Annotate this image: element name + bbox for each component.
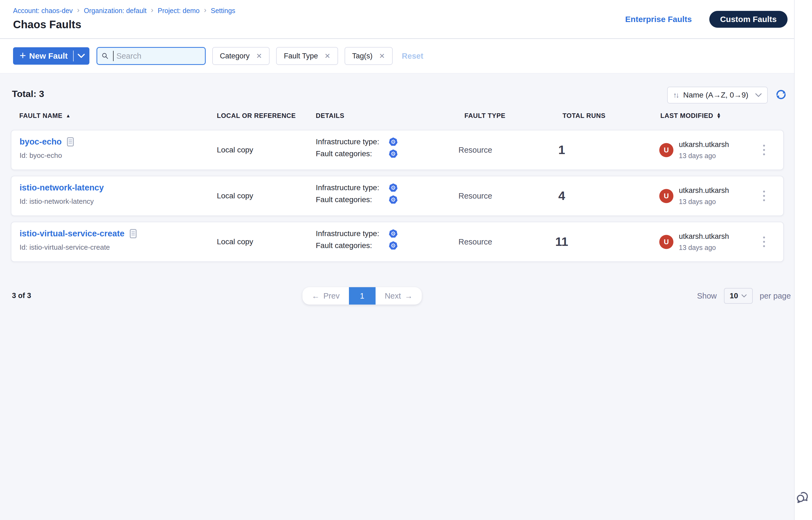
avatar: U [659,235,674,249]
current-page-button[interactable]: 1 [349,287,376,305]
faults-table: byoc-echo Id: byoc-echo Local copy Infra… [11,130,784,268]
kubernetes-icon [389,241,398,250]
column-header-fault-name[interactable]: FAULT NAME ▲ [19,112,71,120]
breadcrumb-separator-icon: › [77,6,80,15]
fault-categories-label: Fault categories: [316,241,389,250]
pager: ← Prev 1 Next → [302,287,422,305]
column-label: FAULT TYPE [464,112,505,120]
row-menu-button[interactable] [760,188,768,204]
kebab-dot [763,191,765,192]
right-scroll-gutter [794,0,812,520]
new-fault-button[interactable]: + New Fault [13,47,90,64]
filter-chip-tags[interactable]: Tag(s) ✕ [345,47,393,65]
local-or-reference-cell: Local copy [217,191,253,200]
breadcrumb-project[interactable]: Project: demo [158,7,200,15]
reset-filters-button[interactable]: Reset [402,52,423,60]
last-modified-cell: U utkarsh.utkarsh 13 days ago [659,140,729,160]
breadcrumb-separator-icon: › [151,6,153,15]
breadcrumb-account[interactable]: Account: chaos-dev [13,7,73,15]
search-input[interactable] [116,52,201,60]
kebab-dot [763,245,765,247]
kubernetes-icon [389,137,398,147]
fault-name-text: byoc-echo [20,137,62,147]
fault-name-cell: istio-network-latency Id: istio-network-… [20,183,104,206]
fault-id: Id: byoc-echo [20,151,74,160]
kebab-dot [763,145,765,147]
chevron-down-icon [755,93,762,97]
next-page-button[interactable]: Next → [376,287,422,305]
fault-categories-label: Fault categories: [316,196,389,204]
copy-id-icon[interactable] [129,229,137,238]
fault-name-text: istio-virtual-service-create [20,229,124,238]
total-runs-cell: 4 [548,189,575,203]
page-size-value: 10 [730,291,738,300]
fault-type-cell: Resource [458,191,492,201]
enterprise-faults-link[interactable]: Enterprise Faults [625,15,692,24]
modified-time: 13 days ago [679,244,729,252]
row-menu-button[interactable] [760,234,768,250]
avatar: U [659,189,674,203]
filter-chip-label: Fault Type [284,52,318,60]
pagination-range-label: 3 of 3 [12,291,31,300]
breadcrumb-settings[interactable]: Settings [211,7,235,15]
table-row: istio-virtual-service-create Id: istio-v… [11,222,784,262]
fault-name-text: istio-network-latency [20,183,104,192]
toolbar: + New Fault Category ✕ Fault Type ✕ Tag(… [0,39,794,73]
fault-name-link[interactable]: byoc-echo [20,137,74,147]
chevron-down-icon [741,294,747,298]
prev-page-button[interactable]: ← Prev [302,287,349,305]
per-page-label: per page [760,291,791,301]
breadcrumb-organization[interactable]: Organization: default [84,7,147,15]
row-menu-button[interactable] [760,142,768,158]
next-label: Next [385,291,401,301]
page-size-select[interactable]: 10 [724,288,753,304]
help-chat-button[interactable] [795,489,811,506]
close-icon[interactable]: ✕ [325,52,330,60]
sort-selected-value: Name (A→Z, 0→9) [683,91,750,99]
local-or-reference-cell: Local copy [217,237,253,246]
column-header-total-runs: TOTAL RUNS [562,112,606,120]
fault-name-link[interactable]: istio-network-latency [20,183,104,192]
breadcrumb-separator-icon: › [204,6,206,15]
fault-name-cell: istio-virtual-service-create Id: istio-v… [20,229,137,252]
fault-name-link[interactable]: istio-virtual-service-create [20,229,137,238]
copy-id-icon[interactable] [67,137,74,147]
kebab-dot [763,241,765,243]
filter-chip-fault-type[interactable]: Fault Type ✕ [276,47,338,65]
fault-type-cell: Resource [458,146,492,155]
fault-categories-label: Fault categories: [316,150,389,158]
details-cell: Infrastructure type: Fault categories: [316,183,398,204]
sort-both-icon: ▲▼ [716,113,721,119]
column-label: FAULT NAME [19,112,62,120]
column-header-fault-type: FAULT TYPE [464,112,505,120]
new-fault-label: New Fault [29,51,68,60]
arrow-left-icon: ← [312,291,320,301]
column-header-details: DETAILS [316,112,344,120]
prev-label: Prev [323,291,340,301]
modified-by: utkarsh.utkarsh [679,140,729,149]
kubernetes-icon [389,229,398,238]
chevron-down-icon[interactable] [77,54,85,58]
column-label: LOCAL OR REFERENCE [217,112,296,120]
search-box[interactable] [97,47,206,65]
total-runs-cell: 1 [548,143,575,157]
column-header-last-modified[interactable]: LAST MODIFIED ▲▼ [660,112,721,120]
kebab-dot [763,237,765,238]
plus-icon: + [20,50,26,61]
sort-select[interactable]: ↑↓ Name (A→Z, 0→9) [667,87,768,104]
filter-chip-category[interactable]: Category ✕ [212,47,270,65]
filter-chip-label: Tag(s) [352,52,373,60]
kebab-dot [763,195,765,197]
text-cursor [113,51,114,61]
fault-id: Id: istio-network-latency [20,197,104,206]
column-label: DETAILS [316,112,344,120]
close-icon[interactable]: ✕ [379,52,385,60]
infrastructure-type-label: Infrastructure type: [316,137,389,146]
fault-id: Id: istio-virtual-service-create [20,243,137,252]
close-icon[interactable]: ✕ [256,52,262,60]
faults-list-panel: Total: 3 ↑↓ Name (A→Z, 0→9) FAULT NAME ▲ [0,73,794,520]
refresh-button[interactable] [775,88,787,102]
kubernetes-icon [389,183,398,192]
custom-faults-button[interactable]: Custom Faults [709,11,788,28]
column-label: TOTAL RUNS [562,112,606,120]
